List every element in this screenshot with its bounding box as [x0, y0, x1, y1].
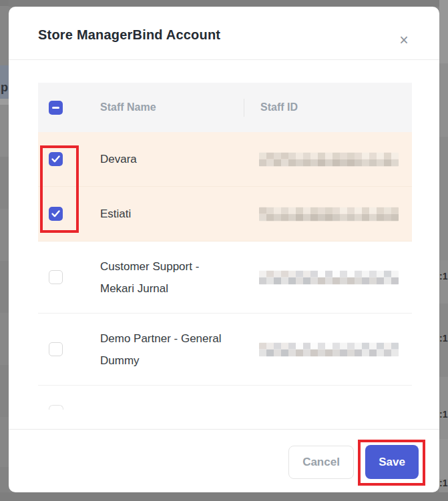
close-icon: ×	[399, 31, 408, 49]
staff-name: Customer Support -Mekari Jurnal	[100, 256, 199, 300]
column-divider	[244, 99, 244, 117]
partial-row-checkbox[interactable]	[49, 405, 63, 410]
dimmed-page-bottom-edge	[0, 492, 448, 501]
indeterminate-minus-icon	[52, 107, 59, 109]
table-row[interactable]: Devara	[38, 132, 412, 187]
cancel-button[interactable]: Cancel	[288, 446, 354, 479]
close-button[interactable]: ×	[393, 29, 415, 51]
bind-account-modal: Store ManagerBind Account × Staff Name S…	[9, 7, 439, 492]
row-checkbox[interactable]	[49, 152, 63, 166]
staff-id-redacted	[259, 207, 399, 221]
staff-id-redacted	[259, 152, 399, 166]
background-page-text: :1	[439, 333, 447, 344]
staff-table: Staff Name Staff ID Devara Estiati Custo…	[38, 83, 412, 428]
row-checkbox[interactable]	[49, 270, 63, 284]
dimmed-page-right-edge: :1 :1 :1 :1	[439, 0, 448, 501]
dimmed-page-left-edge: p	[0, 0, 9, 501]
select-all-checkbox[interactable]	[49, 101, 63, 115]
staff-id-redacted	[259, 270, 399, 284]
column-header-staff-id: Staff ID	[260, 101, 298, 113]
table-rows: Devara Estiati Customer Support -Mekari …	[38, 132, 412, 386]
table-row[interactable]: Customer Support -Mekari Jurnal	[38, 241, 412, 314]
row-checkbox[interactable]	[49, 342, 63, 356]
row-checkbox[interactable]	[49, 207, 63, 221]
header-divider	[9, 59, 439, 60]
staff-name: Devara	[100, 148, 137, 170]
staff-name: Demo Partner - GeneralDummy	[100, 328, 221, 372]
background-page-text: p	[1, 81, 8, 95]
table-row-partial	[38, 386, 412, 428]
staff-id-redacted	[259, 342, 399, 356]
background-page-text: :1	[439, 409, 447, 420]
dimmed-page-top-edge	[9, 0, 439, 7]
table-row[interactable]: Estiati	[38, 187, 412, 241]
save-button[interactable]: Save	[365, 445, 419, 479]
staff-name: Estiati	[100, 203, 131, 225]
footer-divider	[9, 429, 439, 430]
table-row[interactable]: Demo Partner - GeneralDummy	[38, 314, 412, 386]
background-page-text: :1	[439, 271, 447, 282]
table-header-row: Staff Name Staff ID	[38, 83, 412, 132]
background-page-text: :1	[439, 478, 447, 488]
modal-title: Store ManagerBind Account	[38, 27, 220, 43]
column-header-staff-name: Staff Name	[100, 101, 156, 113]
screenshot-root: p :1 :1 :1 :1 Store ManagerBind Account …	[0, 0, 448, 501]
